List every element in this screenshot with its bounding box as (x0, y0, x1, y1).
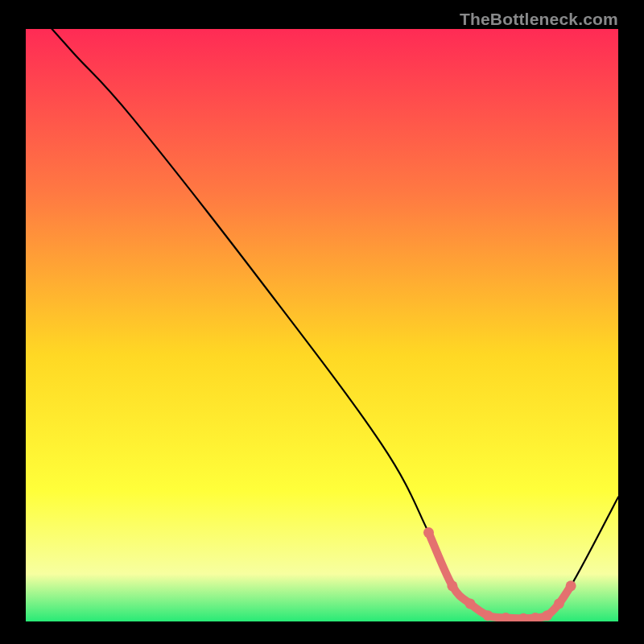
attribution-label: TheBottleneck.com (460, 10, 618, 29)
optimal-dot (483, 610, 493, 621)
chart-frame: TheBottleneck.com (26, 10, 618, 621)
gradient-background (26, 29, 618, 621)
bottleneck-chart (26, 29, 618, 621)
optimal-dot (447, 580, 457, 591)
optimal-dot (423, 527, 434, 538)
optimal-dot (542, 610, 552, 621)
optimal-dot (554, 598, 564, 609)
optimal-dot (566, 580, 576, 591)
optimal-dot (465, 598, 476, 609)
